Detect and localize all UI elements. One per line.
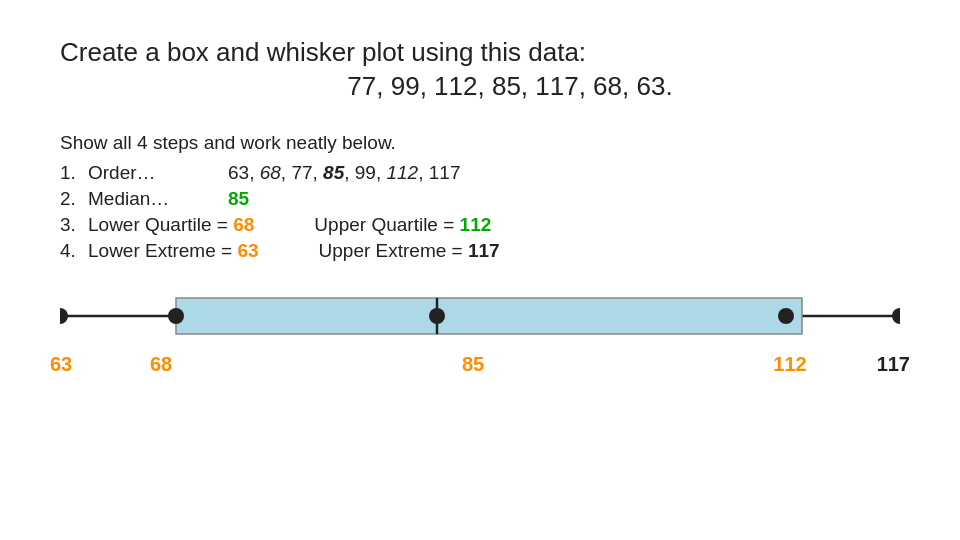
step2-value: 85 <box>228 188 900 210</box>
step-4: 4. Lower Extreme = 63 Upper Extreme = 11… <box>60 240 900 262</box>
svg-point-3 <box>60 308 68 324</box>
label-112: 112 <box>770 353 810 376</box>
box-whisker-plot: 63 68 85 112 117 <box>60 286 900 376</box>
svg-point-6 <box>778 308 794 324</box>
step1-label: Order… <box>88 162 228 184</box>
step-1: 1. Order… 63, 68, 77, 85, 99, 112, 117 <box>60 162 900 184</box>
step4-num: 4. <box>60 240 88 262</box>
label-117: 117 <box>870 353 910 376</box>
instruction: Show all 4 steps and work neatly below. <box>60 132 900 154</box>
step-3: 3. Lower Quartile = 68 Upper Quartile = … <box>60 214 900 236</box>
step1-value: 63, 68, 77, 85, 99, 112, 117 <box>228 162 900 184</box>
label-68: 68 <box>146 353 176 376</box>
title-block: Create a box and whisker plot using this… <box>60 36 900 104</box>
step4-right: Upper Extreme = 117 <box>319 240 539 262</box>
step-2: 2. Median… 85 <box>60 188 900 210</box>
step3-label: Lower Quartile = 68 <box>88 214 254 236</box>
step2-num: 2. <box>60 188 88 210</box>
step4-label: Lower Extreme = 63 <box>88 240 259 262</box>
svg-point-4 <box>168 308 184 324</box>
svg-point-7 <box>892 308 900 324</box>
svg-point-5 <box>429 308 445 324</box>
title-line1: Create a box and whisker plot using this… <box>60 36 900 70</box>
svg-rect-1 <box>176 298 802 334</box>
step3-num: 3. <box>60 214 88 236</box>
label-85: 85 <box>176 353 770 376</box>
step2-label: Median… <box>88 188 228 210</box>
title-line2: 77, 99, 112, 85, 117, 68, 63. <box>60 70 900 104</box>
step1-num: 1. <box>60 162 88 184</box>
step3-right: Upper Quartile = 112 <box>314 214 534 236</box>
steps-block: Show all 4 steps and work neatly below. … <box>60 132 900 262</box>
label-63: 63 <box>46 353 76 376</box>
